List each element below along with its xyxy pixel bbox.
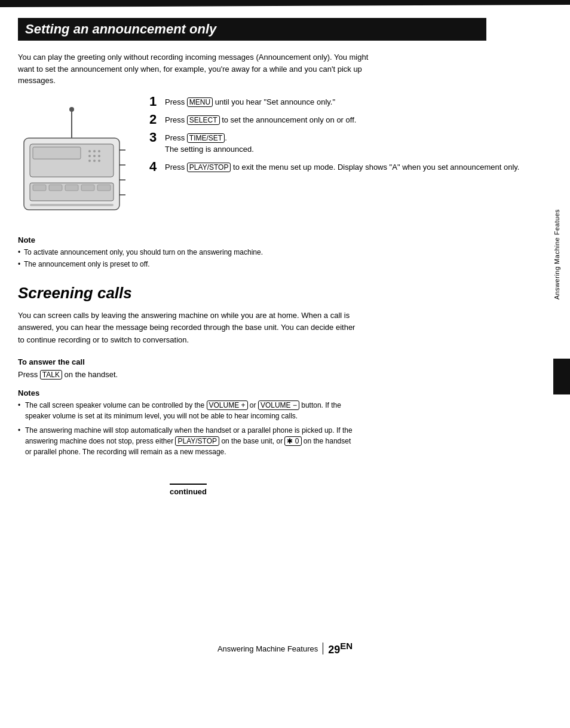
svg-point-4 [98, 150, 100, 152]
notes2-item-2: The answering machine will stop automati… [18, 425, 358, 457]
svg-rect-15 [65, 185, 78, 191]
svg-point-10 [98, 160, 100, 162]
select-key: SELECT [187, 115, 220, 125]
svg-point-2 [88, 150, 91, 152]
main-content: Setting an announcement only You can pla… [0, 0, 570, 508]
playstop-key2: PLAY/STOP [175, 436, 219, 446]
playstop-key: PLAY/STOP [187, 163, 231, 172]
menu-key: MENU [187, 97, 213, 107]
svg-point-6 [93, 155, 96, 157]
step-2-text: Press SELECT to set the announcement onl… [165, 114, 356, 126]
section1-title: Setting an announcement only [18, 18, 486, 41]
notes2-title: Notes [18, 389, 358, 397]
note-item-1: To activate announcement only, you shoul… [18, 247, 353, 258]
note-title: Note [18, 235, 353, 244]
steps-list: 1 Press MENU until you hear "Set announc… [137, 96, 546, 224]
section1-intro: You can play the greeting only without r… [18, 51, 376, 87]
star-zero-key: ✱ 0 [284, 436, 301, 446]
svg-rect-17 [97, 185, 111, 191]
step-4-number: 4 [149, 160, 160, 173]
page-footer: Answering Machine Features 29EN [0, 641, 570, 656]
step-4-text: Press PLAY/STOP to exit the menu set up … [165, 161, 519, 173]
svg-point-20 [69, 107, 74, 112]
step-4: 4 Press PLAY/STOP to exit the menu set u… [149, 161, 546, 173]
note-section: Note To activate announcement only, you … [18, 235, 353, 270]
step-1-text: Press MENU until you hear "Set announce … [165, 96, 335, 108]
step-1: 1 Press MENU until you hear "Set announc… [149, 96, 546, 108]
svg-point-7 [98, 155, 100, 157]
answer-call-text: Press TALK on the handset. [18, 370, 546, 379]
svg-point-8 [88, 160, 91, 162]
svg-rect-16 [81, 185, 94, 191]
steps-area: 1 Press MENU until you hear "Set announc… [18, 96, 546, 224]
device-illustration [18, 102, 137, 224]
step-3-number: 3 [149, 131, 160, 144]
svg-rect-14 [49, 185, 62, 191]
volume-plus-key: VOLUME + [207, 400, 248, 410]
talk-key: TALK [40, 370, 62, 380]
footer-label: Answering Machine Features [217, 644, 318, 653]
step-1-number: 1 [149, 95, 160, 108]
volume-minus-key: VOLUME − [258, 400, 299, 410]
page: Setting an announcement only You can pla… [0, 0, 570, 728]
continued-label: continued [170, 484, 207, 496]
svg-rect-13 [33, 185, 46, 191]
notes-section2: Notes The call screen speaker volume can… [18, 389, 358, 457]
step-3: 3 Press TIME/SET. The setting is announc… [149, 132, 546, 155]
notes2-item-1: The call screen speaker volume can be co… [18, 400, 358, 421]
side-tab-bar [553, 359, 570, 394]
svg-point-5 [88, 155, 91, 157]
step-2-number: 2 [149, 113, 160, 126]
timeset-key: TIME/SET [187, 133, 225, 143]
svg-point-3 [93, 150, 96, 152]
side-tab-text: Answering Machine Featues [553, 209, 570, 299]
svg-rect-18 [30, 204, 114, 206]
answer-call-title: To answer the call [18, 357, 546, 366]
page-number: 29EN [328, 641, 353, 656]
svg-rect-11 [33, 147, 81, 159]
footer-divider [323, 643, 323, 654]
note-item-2: The announcement only is preset to off. [18, 259, 353, 270]
section2-title: Screening calls [18, 284, 546, 302]
section2-intro: You can screen calls by leaving the answ… [18, 310, 358, 347]
svg-point-9 [93, 160, 96, 162]
step-3-text: Press TIME/SET. The setting is announced… [165, 132, 254, 155]
step-2: 2 Press SELECT to set the announcement o… [149, 114, 546, 126]
